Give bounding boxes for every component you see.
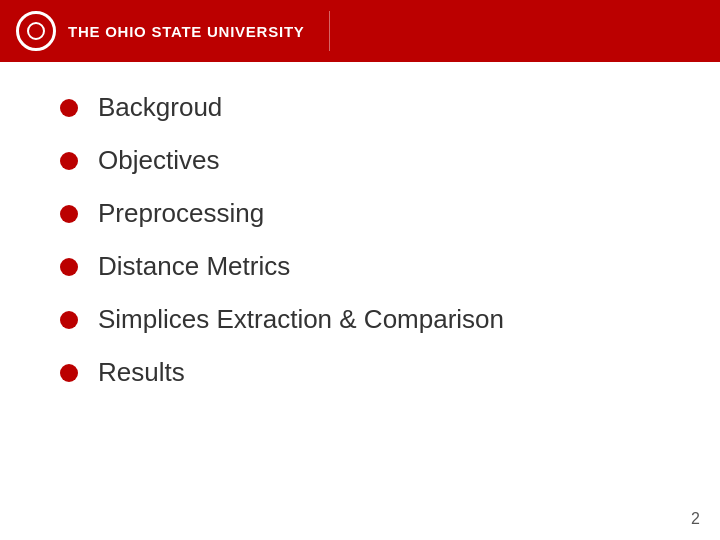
page-number: 2: [691, 510, 700, 528]
bullet-text-1: Backgroud: [98, 92, 222, 123]
bullet-item-2: Objectives: [60, 145, 660, 176]
bullet-dot-2: [60, 152, 78, 170]
bullet-text-6: Results: [98, 357, 185, 388]
bullet-item-3: Preprocessing: [60, 198, 660, 229]
bullet-item-5: Simplices Extraction & Comparison: [60, 304, 660, 335]
bullet-item-6: Results: [60, 357, 660, 388]
bullet-text-2: Objectives: [98, 145, 219, 176]
bullet-item-1: Backgroud: [60, 92, 660, 123]
header-divider: [329, 11, 330, 51]
bullet-dot-3: [60, 205, 78, 223]
bullet-item-4: Distance Metrics: [60, 251, 660, 282]
university-name: The Ohio State University: [68, 23, 305, 40]
bullet-text-3: Preprocessing: [98, 198, 264, 229]
bullet-dot-4: [60, 258, 78, 276]
logo-inner: [27, 22, 45, 40]
header: The Ohio State University: [0, 0, 720, 62]
logo-circle: [16, 11, 56, 51]
bullet-text-4: Distance Metrics: [98, 251, 290, 282]
bullet-dot-5: [60, 311, 78, 329]
bullet-text-5: Simplices Extraction & Comparison: [98, 304, 504, 335]
bullet-dot-6: [60, 364, 78, 382]
bullet-dot-1: [60, 99, 78, 117]
main-content: Backgroud Objectives Preprocessing Dista…: [0, 62, 720, 440]
